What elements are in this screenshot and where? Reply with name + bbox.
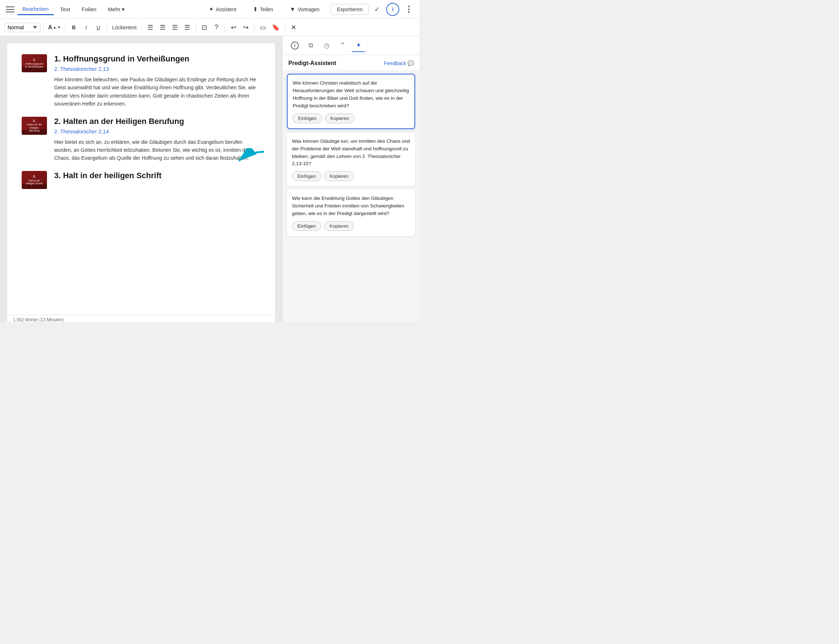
- feedback-label: Feedback: [384, 60, 406, 66]
- panel-title: Predigt-Assistent: [288, 60, 336, 66]
- style-dropdown[interactable]: Normal: [4, 23, 41, 32]
- section-1-body: Hier könnten Sie beleuchten, wie Paulus …: [54, 76, 261, 108]
- section-2-title: 2. Halten an der Heiligen Berufung: [54, 117, 261, 126]
- layout-button[interactable]: ⊡: [199, 22, 210, 33]
- toolbar-separator-3: [107, 23, 107, 32]
- suggestion-3-text: Wie kann die Erwählung Gottes den Gläubi…: [292, 195, 410, 218]
- align-right-button[interactable]: ☰: [182, 22, 192, 33]
- section-2-reference[interactable]: 2. Thessalonicher 2,14: [54, 128, 261, 135]
- ai-assistant-tab[interactable]: ✦: [352, 39, 365, 52]
- bold-button[interactable]: B: [68, 22, 79, 33]
- info-circle-icon[interactable]: i: [386, 3, 399, 16]
- underline-button[interactable]: U: [93, 22, 104, 33]
- suggestion-2-text: Was können Gläubige tun, um inmitten des…: [292, 138, 410, 168]
- top-nav: Bearbeiten Text Folien Mehr ▾ ✦ Assisten…: [0, 0, 419, 19]
- main-layout: 1. Hoffnungsgrund in Verheißungen 1. Hof…: [0, 36, 419, 322]
- feedback-icon: 💬: [407, 60, 414, 66]
- content-area[interactable]: 1. Hoffnungsgrund in Verheißungen 1. Hof…: [0, 36, 282, 322]
- panel-header: Predigt-Assistent Feedback 💬: [282, 55, 419, 70]
- suggestion-3-actions: Einfügen Kopieren: [292, 221, 410, 231]
- formatting-toolbar: Normal A ▲ ▼ B I U Lückentext ☰ ☰ ☰ ☰ ⊡ …: [0, 19, 419, 36]
- align-left-button[interactable]: ☰: [169, 22, 180, 33]
- luckentext-button[interactable]: Lückentext: [110, 22, 139, 33]
- section-1-item: 1. Hoffnungsgrund in Verheißungen 1. Hof…: [22, 54, 261, 108]
- section-2-item: 2. Halten an der Heiligen Berufung 2. Ha…: [22, 117, 261, 162]
- section-3-title: 3. Halt in der heiligen Schrift: [54, 171, 261, 180]
- suggestion-1-copy-button[interactable]: Kopieren: [325, 113, 355, 123]
- vortragen-button[interactable]: ▼ Vortragen: [284, 3, 325, 15]
- list-ordered-button[interactable]: ☰: [157, 22, 168, 33]
- slide-thumb-3: 3. Halt in der heiligen Schrift: [22, 171, 47, 189]
- undo-button[interactable]: ↩: [228, 22, 239, 33]
- quote-tab[interactable]: ": [336, 39, 349, 52]
- panel-tabs: i ⧉ ◷ " ✦: [282, 36, 419, 55]
- suggestion-1-actions: Einfügen Kopieren: [293, 113, 409, 123]
- nav-tab-folien[interactable]: Folien: [77, 4, 102, 15]
- suggestion-card-3: Wie kann die Erwählung Gottes den Gläubi…: [287, 190, 415, 236]
- suggestion-2-insert-button[interactable]: Einfügen: [292, 171, 321, 181]
- blue-arrow: [235, 148, 268, 169]
- slide-thumb-1: 1. Hoffnungsgrund in Verheißungen: [22, 54, 47, 72]
- suggestion-3-copy-button[interactable]: Kopieren: [324, 221, 354, 231]
- section-2-content: 2. Halten an der Heiligen Berufung 2. Th…: [54, 117, 261, 162]
- section-3-content: 3. Halt in der heiligen Schrift: [54, 171, 261, 182]
- slides-icon: ⧉: [309, 41, 313, 49]
- toolbar-separator-7: [254, 23, 254, 32]
- nav-tab-mehr[interactable]: Mehr ▾: [103, 4, 130, 15]
- section-3-item: 3. Halt in der heiligen Schrift 3. Halt …: [22, 171, 261, 189]
- font-size-control[interactable]: A ▲ ▼: [47, 24, 62, 31]
- assistent-icon: ✦: [209, 6, 213, 13]
- section-1-content: 1. Hoffnungsgrund in Verheißungen 2. The…: [54, 54, 261, 108]
- present-icon: ▼: [290, 6, 296, 13]
- clear-format-button[interactable]: ✕: [288, 22, 299, 33]
- teilen-button[interactable]: ⬆ Teilen: [248, 3, 279, 15]
- word-count: 1.562 Wörter (13 Minuten): [13, 317, 64, 322]
- nav-tab-bearbeiten[interactable]: Bearbeiten: [17, 3, 54, 15]
- suggestion-3-insert-button[interactable]: Einfügen: [292, 221, 321, 231]
- history-icon: ◷: [324, 41, 330, 49]
- suggestion-1-text: Wie können Christen realistisch auf die …: [293, 79, 409, 110]
- slides-panel-tab[interactable]: ⧉: [304, 39, 317, 52]
- toolbar-separator-6: [225, 23, 225, 32]
- toolbar-separator-1: [43, 23, 44, 32]
- right-panel: i ⧉ ◷ " ✦ Predigt-Assistent Feedback 💬: [282, 36, 419, 322]
- assistent-button[interactable]: ✦ Assistent: [204, 3, 242, 15]
- panel-content[interactable]: Wie können Christen realistisch auf die …: [282, 70, 419, 322]
- font-size-label: A: [48, 24, 53, 31]
- info-icon: i: [291, 41, 299, 49]
- slide-thumb-2: 2. Halten an der Heiligen Berufung: [22, 117, 47, 135]
- font-size-up-icon: ▲: [53, 25, 57, 29]
- nav-tab-text[interactable]: Text: [55, 4, 76, 15]
- help-button[interactable]: ?: [211, 22, 222, 33]
- exportieren-button[interactable]: Exportieren: [331, 4, 369, 15]
- suggestion-2-actions: Einfügen Kopieren: [292, 171, 410, 181]
- share-icon: ⬆: [253, 6, 258, 13]
- section-1-title: 1. Hoffnungsgrund in Verheißungen: [54, 54, 261, 64]
- toolbar-separator-2: [65, 23, 66, 32]
- box-button[interactable]: ▭: [257, 22, 268, 33]
- suggestion-card-1: Wie können Christen realistisch auf die …: [287, 74, 415, 129]
- ai-sparkle-icon: ✦: [356, 41, 361, 49]
- status-bar: 1.562 Wörter (13 Minuten): [7, 315, 275, 322]
- bookmark-button[interactable]: 🔖: [269, 22, 282, 33]
- check-circle-icon[interactable]: ✓: [370, 3, 383, 16]
- toolbar-separator-8: [285, 23, 285, 32]
- suggestion-2-copy-button[interactable]: Kopieren: [324, 171, 354, 181]
- hamburger-menu[interactable]: [4, 3, 16, 15]
- info-tab[interactable]: i: [288, 39, 301, 52]
- suggestion-card-2: Was können Gläubige tun, um inmitten des…: [287, 133, 415, 186]
- suggestion-1-insert-button[interactable]: Einfügen: [293, 113, 322, 123]
- section-1-reference[interactable]: 2. Thessalonicher 2,13: [54, 66, 261, 72]
- section-2-body: Hier bietet es sich an, zu erklären, wie…: [54, 138, 261, 162]
- feedback-link[interactable]: Feedback 💬: [384, 60, 414, 66]
- toolbar-separator-5: [195, 23, 196, 32]
- list-unordered-button[interactable]: ☰: [145, 22, 156, 33]
- chevron-down-icon: ▼: [57, 25, 61, 29]
- italic-button[interactable]: I: [80, 22, 92, 33]
- content-inner: 1. Hoffnungsgrund in Verheißungen 1. Hof…: [7, 43, 275, 315]
- more-options-icon[interactable]: ⋮: [402, 3, 415, 16]
- quote-icon: ": [341, 41, 344, 49]
- history-tab[interactable]: ◷: [320, 39, 333, 52]
- redo-button[interactable]: ↪: [240, 22, 251, 33]
